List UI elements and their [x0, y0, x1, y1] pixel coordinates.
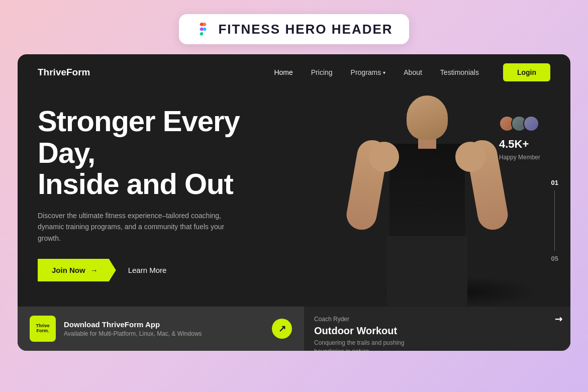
figma-icon	[195, 21, 211, 37]
coach-card: ↗ Coach Ryder Outdoor Workout Conquering…	[304, 307, 570, 351]
hero-heading: Stronger Every Day, Inside and Out	[38, 106, 299, 200]
app-title: Download ThriveForm App	[64, 320, 202, 329]
step-total: 05	[551, 255, 558, 262]
stats-number: 4.5K+	[499, 138, 529, 151]
step-current: 01	[551, 179, 558, 186]
chevron-down-icon: ▾	[383, 70, 385, 75]
top-banner: FITNESS HERO HEADER	[179, 14, 409, 44]
app-subtitle: Available for Multi-Platform, Linux, Mac…	[64, 330, 202, 337]
avatar-3	[523, 116, 539, 132]
coach-name: Coach Ryder	[314, 316, 560, 323]
nav-links: Home Pricing Programs ▾ About Testimonia…	[274, 68, 478, 77]
athlete-image	[334, 90, 520, 307]
nav-item-testimonials[interactable]: Testimonials	[440, 68, 479, 77]
app-logo-text: ThriveForm.	[36, 324, 49, 334]
main-card: ThriveForm Home Pricing Programs ▾ About…	[18, 54, 570, 351]
hero-text-block: Stronger Every Day, Inside and Out Disco…	[38, 106, 299, 281]
nav-link-pricing[interactable]: Pricing	[311, 68, 333, 76]
learn-more-button[interactable]: Learn More	[128, 266, 167, 274]
nav-link-about[interactable]: About	[404, 68, 422, 76]
stats-avatars	[499, 116, 539, 132]
coach-workout: Outdoor Workout	[314, 325, 560, 337]
banner-title: FITNESS HERO HEADER	[218, 22, 393, 37]
nav-link-home[interactable]: Home	[274, 68, 292, 76]
app-logo: ThriveForm.	[30, 316, 56, 342]
login-button[interactable]: Login	[503, 63, 550, 81]
join-now-button[interactable]: Join Now →	[38, 259, 116, 281]
hero-buttons: Join Now → Learn More	[38, 259, 299, 281]
app-download-button[interactable]: ↗	[272, 319, 292, 339]
hero-subtext: Discover the ultimate fitness experience…	[38, 210, 229, 244]
nav-item-programs[interactable]: Programs ▾	[351, 68, 386, 76]
nav-item-pricing[interactable]: Pricing	[311, 68, 333, 77]
nav-item-about[interactable]: About	[404, 68, 422, 77]
nav-logo: ThriveForm	[38, 67, 90, 78]
stats-card: 4.5K+ Happy Member	[499, 116, 540, 161]
step-line	[554, 190, 555, 251]
stats-label: Happy Member	[499, 154, 540, 161]
nav-link-programs[interactable]: Programs ▾	[351, 68, 386, 76]
coach-arrow-icon: ↗	[552, 313, 565, 326]
app-info: Download ThriveForm App Available for Mu…	[64, 320, 202, 337]
nav-link-testimonials[interactable]: Testimonials	[440, 68, 479, 76]
navbar: ThriveForm Home Pricing Programs ▾ About…	[18, 54, 570, 90]
app-download-card: ThriveForm. Download ThriveForm App Avai…	[18, 307, 304, 351]
bottom-bar: ThriveForm. Download ThriveForm App Avai…	[18, 307, 570, 351]
hero-section: Stronger Every Day, Inside and Out Disco…	[18, 90, 570, 351]
coach-description: Conquering the trails and pushing bounda…	[314, 339, 435, 351]
nav-item-home[interactable]: Home	[274, 68, 292, 77]
arrow-right-icon: →	[90, 266, 98, 274]
step-indicator: 01 05	[551, 179, 558, 262]
